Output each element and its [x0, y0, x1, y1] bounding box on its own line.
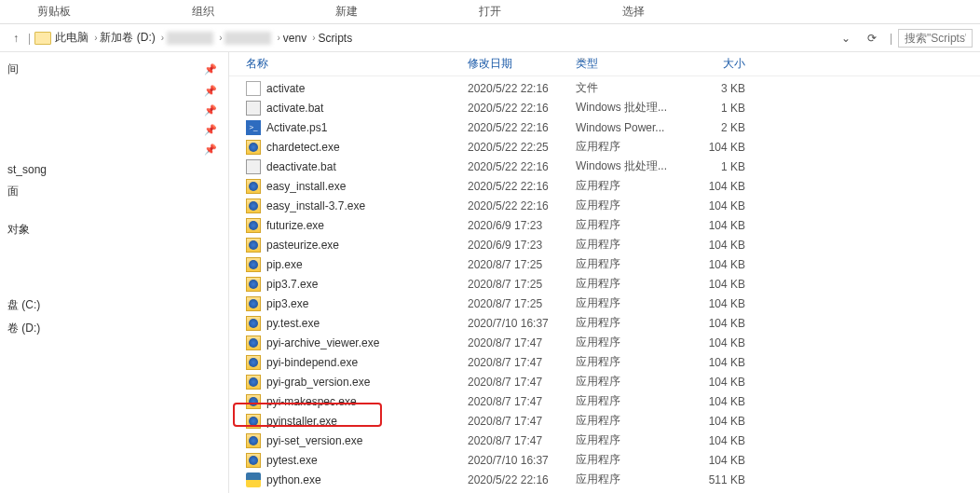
- file-type: 应用程序: [576, 315, 689, 331]
- file-size: 2020/8/7 17:47: [468, 336, 576, 349]
- sidebar-item[interactable]: [0, 286, 228, 294]
- sidebar-item[interactable]: [0, 271, 228, 279]
- file-row[interactable]: pasteurize.exe2020/6/9 17:23应用程序104 KB: [229, 235, 980, 254]
- file-type: 应用程序: [576, 335, 689, 350]
- file-name: easy_install-3.7.exe: [266, 199, 468, 212]
- file-row[interactable]: pip.exe2020/8/7 17:25应用程序104 KB: [229, 254, 980, 274]
- file-type: 应用程序: [576, 295, 689, 311]
- breadcrumb[interactable]: 此电脑›新加卷 (D:)›››venv›Scripts: [55, 30, 836, 46]
- file-row[interactable]: pytest.exe2020/7/10 16:37应用程序104 KB: [229, 450, 980, 470]
- sidebar-item[interactable]: [0, 249, 228, 256]
- file-row[interactable]: easy_install.exe2020/5/22 22:16应用程序104 K…: [229, 176, 980, 196]
- file-row[interactable]: pip3.exe2020/8/7 17:25应用程序104 KB: [229, 294, 980, 313]
- file-row[interactable]: pyi-makespec.exe2020/8/7 17:47应用程序104 KB: [229, 391, 980, 411]
- file-row[interactable]: >_Activate.ps12020/5/22 22:16Windows Pow…: [229, 117, 980, 137]
- file-size: 2020/5/22 22:16: [468, 160, 576, 173]
- pin-icon: 📌: [204, 104, 217, 116]
- chevron-right-icon: ›: [94, 33, 97, 43]
- breadcrumb-segment[interactable]: [225, 32, 271, 45]
- sidebar-item[interactable]: 📌: [0, 140, 228, 159]
- file-row[interactable]: easy_install-3.7.exe2020/5/22 22:16应用程序1…: [229, 196, 980, 215]
- sidebar-item[interactable]: 📌: [0, 120, 228, 140]
- file-name: pip.exe: [266, 258, 468, 271]
- exe-icon: [246, 296, 261, 311]
- file-type: Windows 批处理...: [576, 158, 689, 174]
- file-row[interactable]: python.exe2020/5/22 22:16应用程序511 KB: [229, 470, 980, 489]
- file-name: pasteurize.exe: [266, 239, 468, 252]
- sidebar-item[interactable]: 间📌: [0, 58, 228, 81]
- sidebar-item[interactable]: 盘 (C:): [0, 294, 228, 317]
- sidebar-item[interactable]: [0, 279, 228, 286]
- sidebar-item[interactable]: [0, 264, 228, 271]
- column-size[interactable]: 大小: [689, 56, 745, 72]
- chevron-right-icon: ›: [312, 33, 315, 43]
- file-name: pyinstaller.exe: [266, 415, 468, 428]
- breadcrumb-segment[interactable]: Scripts: [319, 32, 353, 45]
- file-row[interactable]: chardetect.exe2020/5/22 22:25应用程序104 KB: [229, 137, 980, 157]
- column-type[interactable]: 类型: [576, 56, 689, 72]
- ribbon-new[interactable]: 新建: [335, 4, 358, 20]
- breadcrumb-segment[interactable]: 新加卷 (D:): [100, 30, 155, 46]
- breadcrumb-segment[interactable]: [167, 32, 213, 45]
- exe-icon: [246, 238, 261, 253]
- file-row[interactable]: pyi-grab_version.exe2020/8/7 17:47应用程序10…: [229, 372, 980, 391]
- sidebar-item[interactable]: st_song: [0, 159, 228, 180]
- file-row[interactable]: pyi-archive_viewer.exe2020/8/7 17:47应用程序…: [229, 333, 980, 352]
- sidebar-item[interactable]: 对象: [0, 218, 228, 241]
- file-type: 应用程序: [576, 276, 689, 292]
- sidebar: 间📌📌📌📌📌st_song面对象盘 (C:)卷 (D:): [0, 52, 229, 493]
- breadcrumb-segment[interactable]: 此电脑: [55, 30, 88, 46]
- file-row[interactable]: activate.bat2020/5/22 22:16Windows 批处理..…: [229, 98, 980, 117]
- exe-icon: [246, 257, 261, 272]
- sidebar-item-label: 面: [7, 184, 19, 199]
- file-name: pyi-makespec.exe: [266, 395, 468, 408]
- sidebar-item[interactable]: [0, 256, 228, 264]
- file-size: 2020/5/22 22:16: [468, 121, 576, 134]
- file-row[interactable]: futurize.exe2020/6/9 17:23应用程序104 KB: [229, 215, 980, 235]
- exe-icon: [246, 140, 261, 155]
- file-size: 2020/5/22 22:16: [468, 102, 576, 115]
- file-row[interactable]: activate2020/5/22 22:16文件3 KB: [229, 78, 980, 98]
- sidebar-item[interactable]: 📌: [0, 81, 228, 101]
- sidebar-item[interactable]: 卷 (D:): [0, 317, 228, 340]
- file-row[interactable]: pyi-set_version.exe2020/8/7 17:47应用程序104…: [229, 431, 980, 450]
- ribbon: 剪贴板 组织 新建 打开 选择: [0, 0, 980, 24]
- sidebar-item[interactable]: 面: [0, 180, 228, 203]
- file-type: 应用程序: [576, 452, 689, 468]
- file-row[interactable]: py.test.exe2020/7/10 16:37应用程序104 KB: [229, 313, 980, 333]
- pin-icon: 📌: [204, 144, 217, 156]
- sidebar-item[interactable]: [0, 241, 228, 249]
- file-row[interactable]: pip3.7.exe2020/8/7 17:25应用程序104 KB: [229, 274, 980, 294]
- ribbon-clipboard[interactable]: 剪贴板: [37, 4, 71, 20]
- sidebar-item-label: 盘 (C:): [7, 297, 40, 313]
- file-name: easy_install.exe: [266, 180, 468, 193]
- file-name: pyi-set_version.exe: [266, 434, 468, 447]
- file-type: 应用程序: [576, 139, 689, 155]
- refresh-icon[interactable]: ⟳: [862, 29, 882, 48]
- file-size: 2020/5/22 22:25: [468, 141, 576, 154]
- file-row[interactable]: deactivate.bat2020/5/22 22:16Windows 批处理…: [229, 157, 980, 176]
- file-name: activate: [266, 82, 468, 95]
- file-row[interactable]: pyi-bindepend.exe2020/8/7 17:47应用程序104 K…: [229, 352, 980, 372]
- search-input[interactable]: [898, 29, 973, 48]
- dropdown-icon[interactable]: ⌄: [836, 29, 856, 48]
- ribbon-organize[interactable]: 组织: [192, 4, 214, 20]
- sidebar-item[interactable]: [0, 211, 228, 218]
- ribbon-select[interactable]: 选择: [622, 4, 645, 20]
- column-name[interactable]: 名称: [246, 56, 468, 72]
- file-name: pip3.exe: [266, 297, 468, 310]
- up-button[interactable]: ↑: [7, 29, 24, 48]
- file-size: 2020/6/9 17:23: [468, 239, 576, 252]
- file-name: Activate.ps1: [266, 121, 468, 134]
- column-date[interactable]: 修改日期: [468, 56, 576, 72]
- file-icon: [246, 81, 261, 96]
- ribbon-open[interactable]: 打开: [479, 4, 501, 20]
- sort-indicator-icon: ︿: [578, 52, 587, 64]
- file-name: pyi-grab_version.exe: [266, 376, 468, 389]
- sidebar-item[interactable]: [0, 203, 228, 211]
- chevron-right-icon: ›: [277, 33, 279, 43]
- sidebar-item[interactable]: 📌: [0, 101, 228, 120]
- file-type: 应用程序: [576, 393, 689, 409]
- breadcrumb-segment[interactable]: venv: [283, 32, 306, 45]
- file-row[interactable]: pyinstaller.exe2020/8/7 17:47应用程序104 KB: [229, 411, 980, 431]
